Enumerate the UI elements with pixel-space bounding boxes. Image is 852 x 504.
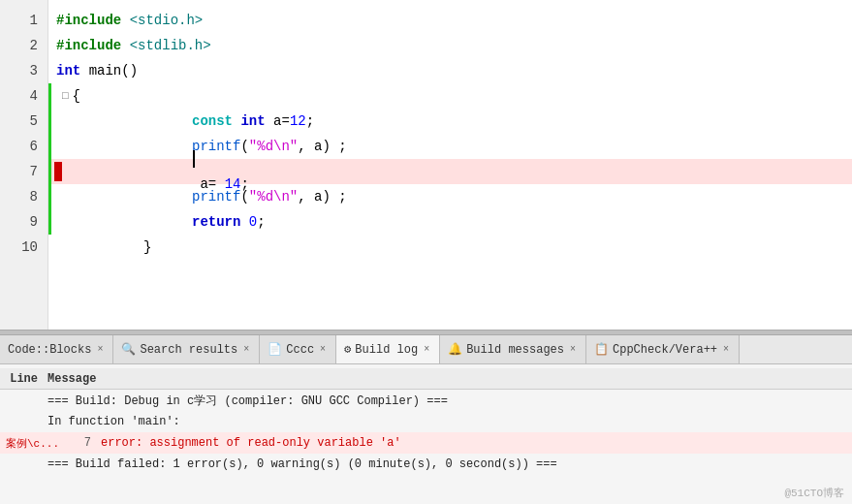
tab-codeblocks[interactable]: Code::Blocks × [0,335,113,364]
tab-cccc-label: Cccc [286,343,314,357]
tab-buildmsg[interactable]: 🔔 Build messages × [440,335,586,364]
tab-cccc-icon: 📄 [268,342,282,357]
log-row-3: 案例\c... 7 error: assignment of read-only… [0,432,852,454]
log-row-3-fileref: 案例\c... [0,436,78,451]
tab-bar: Code::Blocks × 🔍 Search results × 📄 Cccc… [0,335,852,364]
error-marker [54,162,62,181]
log-header-line: Line [0,372,44,386]
tab-search[interactable]: 🔍 Search results × [113,335,260,364]
tab-cppcheck-label: CppCheck/Vera++ [613,343,717,357]
code-line-9: return 0; [48,209,852,235]
code-lines[interactable]: #include <stdio.h> #include <stdlib.h> i… [48,0,852,330]
log-row-4: === Build failed: 1 error(s), 0 warning(… [0,454,852,475]
watermark: @51CTO博客 [784,486,844,500]
gear-icon: ⚙️ [344,342,351,357]
log-content: Line Message === Build: Debug in c学习 (co… [0,364,852,479]
code-line-10: } [48,235,852,260]
bell-icon: 🔔 [448,342,462,357]
tab-cccc-close[interactable]: × [318,344,328,355]
doc-icon: 📋 [594,342,609,357]
bottom-panel: Code::Blocks × 🔍 Search results × 📄 Cccc… [0,335,852,504]
tab-search-label: Search results [140,343,237,357]
tab-buildlog[interactable]: ⚙️ Build log × [336,335,440,364]
editor-area: 1 2 3 4 5 6 7 8 9 10 #include <stdio.h> … [0,0,852,330]
code-line-1: #include <stdio.h> [48,8,852,33]
log-header: Line Message [0,368,852,390]
tab-cppcheck-close[interactable]: × [721,344,731,355]
tab-buildmsg-close[interactable]: × [568,344,578,355]
log-row-4-msg: === Build failed: 1 error(s), 0 warning(… [44,457,852,471]
tab-codeblocks-label: Code::Blocks [8,343,91,357]
line-numbers: 1 2 3 4 5 6 7 8 9 10 [0,0,48,330]
code-line-2: #include <stdlib.h> [48,33,852,58]
log-row-3-msg: error: assignment of read-only variable … [97,436,852,450]
log-row-1-msg: === Build: Debug in c学习 (compiler: GNU G… [44,393,852,409]
tab-buildlog-close[interactable]: × [422,344,431,355]
tab-codeblocks-close[interactable]: × [95,344,105,355]
log-row-1: === Build: Debug in c学习 (compiler: GNU G… [0,390,852,411]
tab-buildlog-label: Build log [355,343,418,357]
tab-cccc[interactable]: 📄 Cccc × [260,335,336,364]
tab-search-close[interactable]: × [241,344,251,355]
code-line-3: int main() [48,58,852,83]
tab-buildmsg-label: Build messages [466,343,564,357]
log-row-2-msg: In function 'main': [44,415,852,428]
log-row-2: In function 'main': [0,411,852,432]
log-header-message: Message [44,372,852,386]
search-icon: 🔍 [121,342,136,357]
tab-cppcheck[interactable]: 📋 CppCheck/Vera++ × [586,335,740,364]
log-row-3-lineno: 7 [78,436,97,450]
